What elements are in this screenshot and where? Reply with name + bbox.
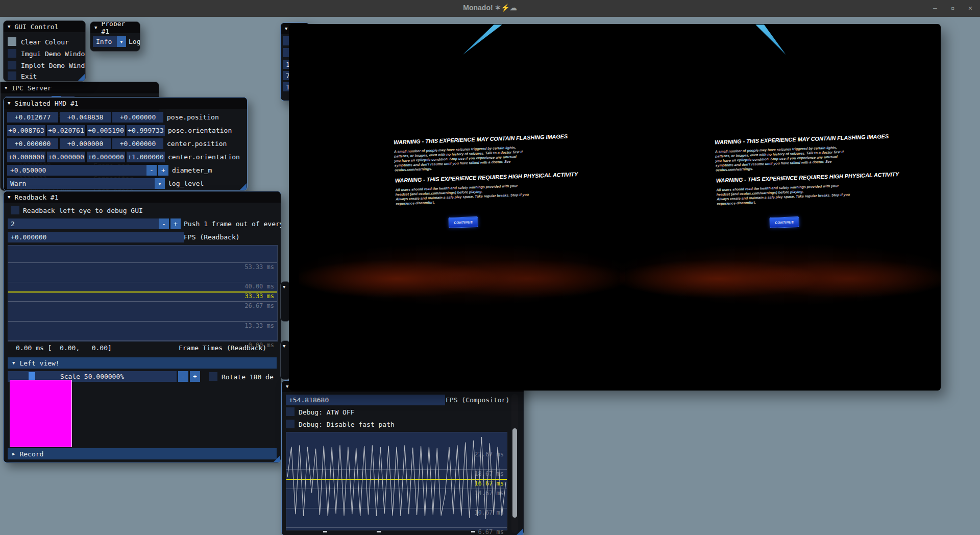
readback-frame-times-plot: 53.33 ms40.00 ms33.33 ms26.67 ms13.33 ms… [8,245,278,342]
record-title: Record [19,450,43,458]
debug-atw-checkbox[interactable] [286,407,295,416]
collapse-arrow-icon[interactable]: ▼ [285,26,287,31]
readback-plot-title: Frame Times (Readback) [179,344,266,352]
debug-atw-label: Debug: ATW OFF [299,408,355,416]
warning-flashing-title: WARNING - THIS EXPERIENCE MAY CONTAIN FL… [715,134,848,145]
plot-grid-label: 13.33 ms [244,322,274,329]
scrollbar-thumb[interactable] [512,428,517,518]
center-orientation-x[interactable]: +0.000000 [7,152,45,162]
log-level-combo-arrow[interactable]: ▼ [155,178,165,189]
scale-minus-button[interactable]: - [178,371,188,382]
center-orientation-y[interactable]: +0.000000 [47,152,85,162]
collapse-arrow-icon[interactable]: ▼ [8,101,10,106]
pose-position-z[interactable]: +0.000000 [112,112,163,123]
left-eye-warning-panel: WARNING - THIS EXPERIENCE MAY CONTAIN FL… [394,134,530,230]
scale-slider-label: Scale 50.000000% [8,373,177,380]
readback-fps-label: FPS (Readback) [184,233,240,241]
warning-flashing-body: A small number of people may have seizur… [394,144,528,172]
log-level-label: log_level [168,180,204,187]
readback-title: Readback #1 [14,193,58,201]
clear-colour-label: Clear Colour [21,38,69,46]
hmd-title: Simulated HMD #1 [14,100,78,107]
resize-grip[interactable] [78,74,85,81]
readback-title-bar[interactable]: ▼ Readback #1 [4,191,281,203]
compositor-fps-input[interactable]: +54.818680 [286,395,445,405]
resize-grip[interactable] [274,455,280,462]
maximize-button[interactable]: ▫ [948,4,958,12]
plot-gridline [8,341,277,341]
right-eye-horizon-glow [620,228,941,320]
prober-title-bar[interactable]: ▼ Prober #1 [90,22,140,33]
center-position-y[interactable]: +0.000000 [60,138,111,149]
push-frames-minus-button[interactable]: - [159,218,169,229]
pose-position-y[interactable]: +0.048838 [60,112,111,123]
center-orientation-z[interactable]: +0.000000 [87,152,125,162]
push-frames-plus-button[interactable]: + [170,218,181,229]
push-frames-input[interactable]: 2 [8,218,161,229]
continue-button: CONTINUE [769,216,799,228]
center-position-label: center.position [167,140,227,148]
pose-position-x[interactable]: +0.012677 [7,112,58,123]
log-level-combo[interactable]: Warn [7,178,158,189]
warning-activity-title: WARNING - THIS EXPERIENCE REQUIRES HIGH … [716,173,850,184]
os-title-bar: Monado! ✶⚡☁ – ▫ ✕ [0,0,980,17]
pose-orientation-x[interactable]: +0.008763 [7,125,45,136]
collapse-arrow-icon[interactable]: ▼ [286,384,288,389]
vr-compositor-view: WARNING - THIS EXPERIENCE MAY CONTAIN FL… [289,24,941,391]
diameter-label: diameter_m [172,166,212,174]
scale-plus-button[interactable]: + [190,371,200,382]
pose-orientation-y[interactable]: +0.020761 [47,125,85,136]
clipped-text-fragment [323,531,327,532]
clipped-text-fragment [377,531,381,532]
debug-fast-path-checkbox[interactable] [286,420,295,428]
resize-grip[interactable] [240,183,247,190]
readback-left-eye-checkbox[interactable] [11,206,19,214]
readback-plot-status: 0.00 ms [ 0.00, 0.00] [16,344,112,352]
exit-label: Exit [21,72,37,80]
prober-title: Prober #1 [101,21,136,35]
collapse-arrow-icon[interactable]: ▼ [5,85,7,90]
compositor-fps-label: FPS (Compositor) [446,396,509,404]
pose-orientation-w[interactable]: +0.999733 [127,125,165,136]
window-title: Monado! ✶⚡☁ [0,4,980,12]
center-orientation-label: center.orientation [168,153,240,161]
minimize-button[interactable]: – [930,4,940,12]
diameter-plus-button[interactable]: + [158,165,168,176]
ipc-title-bar[interactable]: ▼ IPC Server [1,82,159,93]
center-position-z[interactable]: +0.000000 [112,138,163,149]
warning-flashing-body: A small number of people may have seizur… [715,144,849,172]
prober-combo-arrow[interactable]: ▼ [117,36,126,47]
left-eye-streak [460,24,506,56]
center-position-x[interactable]: +0.000000 [7,138,58,149]
hmd-title-bar[interactable]: ▼ Simulated HMD #1 [4,98,247,109]
plot-gridline [8,301,277,302]
diameter-minus-button[interactable]: - [146,165,157,176]
push-frames-label: Push 1 frame out of every [184,220,281,228]
resize-grip[interactable] [517,528,523,535]
gui-control-title: GUI Control [14,23,58,31]
clear-colour-swatch[interactable] [8,37,16,46]
right-eye-warning-panel: WARNING - THIS EXPERIENCE MAY CONTAIN FL… [715,134,851,230]
gui-control-title-bar[interactable]: ▼ GUI Control [4,21,85,32]
collapse-arrow-icon[interactable]: ▼ [8,24,10,29]
collapse-arrow-icon[interactable]: ▼ [8,194,10,200]
imgui-demo-checkbox[interactable] [8,49,16,58]
prober-combo-value: Info [96,38,112,45]
rotate-180-checkbox[interactable] [209,372,217,381]
collapse-arrow-icon[interactable]: ▼ [94,25,97,30]
readback-fps-input[interactable]: +0.000000 [8,232,184,242]
left-view-header[interactable]: ▼ Left view! [8,357,277,369]
exit-checkbox[interactable] [8,71,16,80]
center-orientation-w[interactable]: +1.000000 [127,152,165,162]
window-simulated-hmd: ▼ Simulated HMD #1 +0.012677 +0.048838 +… [3,97,248,191]
collapse-arrow-icon: ▼ [283,284,285,289]
collapse-arrow-icon: ▼ [283,344,285,349]
record-header[interactable]: ▶ Record [8,448,277,459]
window-prober: ▼ Prober #1 Info ▼ Log [90,21,140,52]
implot-demo-checkbox[interactable] [8,61,16,69]
plot-gridline [8,291,277,293]
close-button[interactable]: ✕ [965,4,975,12]
diameter-input[interactable]: +0.050000 [7,165,148,176]
pose-orientation-z[interactable]: +0.005190 [87,125,125,136]
prober-log-combo[interactable]: Info [93,36,120,47]
